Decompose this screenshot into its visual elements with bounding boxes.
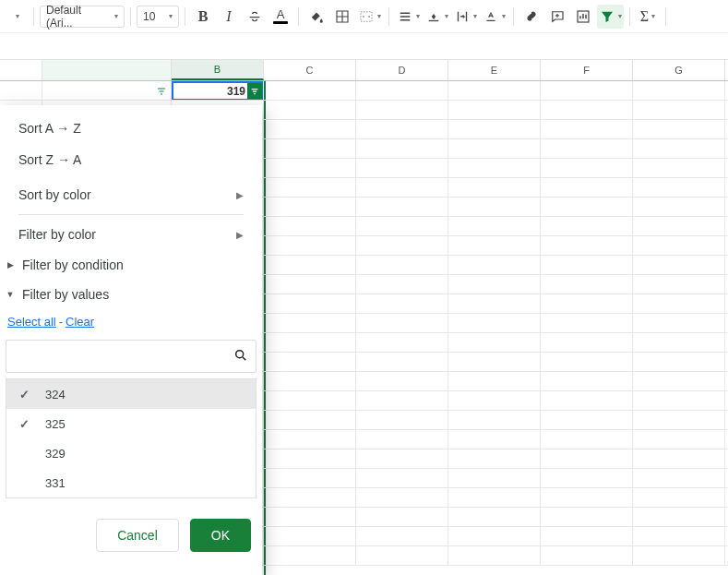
chevron-right-icon: ▶ <box>236 230 244 240</box>
column-header-g[interactable]: G <box>633 60 725 80</box>
filter-value-item[interactable]: 329 <box>6 438 256 468</box>
divider <box>18 214 244 215</box>
select-all-link[interactable]: Select all <box>7 315 56 329</box>
text-color-swatch <box>273 21 288 24</box>
filter-menu: Sort A → Z Sort Z → A Sort by color ▶ Fi… <box>0 105 262 575</box>
select-all-cell[interactable] <box>0 60 42 80</box>
chevron-down-icon: ▾ <box>169 12 173 20</box>
check-icon: ✓ <box>19 388 32 401</box>
sort-az-item[interactable]: Sort A → Z <box>0 113 262 144</box>
filter-by-values-toggle[interactable]: ▼ Filter by values <box>0 280 262 309</box>
separator <box>629 7 630 26</box>
text-color-button[interactable]: A <box>269 5 292 29</box>
chevron-right-icon: ▶ <box>236 190 244 200</box>
borders-button[interactable] <box>330 5 354 29</box>
text-wrap-button[interactable] <box>452 5 479 29</box>
chevron-down-icon: ▾ <box>114 12 118 20</box>
sort-by-color-item[interactable]: Sort by color ▶ <box>0 179 262 210</box>
italic-button[interactable]: I <box>217 5 241 29</box>
filter-button[interactable] <box>597 5 624 29</box>
column-header-a[interactable] <box>42 60 172 80</box>
insert-chart-button[interactable] <box>571 5 595 29</box>
text-rotation-button[interactable] <box>481 5 507 29</box>
horizontal-align-button[interactable] <box>395 5 422 29</box>
column-header-c[interactable]: C <box>264 60 356 80</box>
check-icon: ✓ <box>19 417 32 431</box>
clear-link[interactable]: Clear <box>66 315 94 329</box>
strikethrough-button[interactable] <box>243 5 267 29</box>
functions-button[interactable]: Σ <box>636 5 660 29</box>
font-size-select[interactable]: 10 ▾ <box>137 6 179 28</box>
toolbar: Default (Ari... ▾ 10 ▾ B I A <box>0 0 728 33</box>
column-header-e[interactable]: E <box>448 60 541 80</box>
separator <box>298 7 299 26</box>
filter-value-item[interactable]: 331 <box>6 468 256 497</box>
insert-comment-button[interactable] <box>545 5 569 29</box>
fill-color-button[interactable] <box>304 5 328 29</box>
more-left-dropdown[interactable] <box>4 5 28 29</box>
column-header-d[interactable]: D <box>356 60 448 80</box>
separator <box>33 7 34 26</box>
separator <box>665 7 666 26</box>
filter-search-input[interactable] <box>14 349 233 364</box>
filter-by-color-item[interactable]: Filter by color ▶ <box>0 219 262 250</box>
insert-link-button[interactable] <box>519 5 543 29</box>
vertical-align-button[interactable] <box>424 5 450 29</box>
triangle-right-icon: ▶ <box>6 260 15 270</box>
separator <box>388 7 389 26</box>
ok-button[interactable]: OK <box>190 519 251 552</box>
merge-cells-button[interactable] <box>356 5 383 29</box>
filter-actions: Cancel OK <box>0 498 262 565</box>
separator <box>513 7 514 26</box>
filter-value-list[interactable]: ✓ 324 ✓ 325 329 331 <box>6 378 257 498</box>
filter-value-item[interactable]: ✓ 325 <box>6 409 256 438</box>
filter-value-links: Select all-Clear <box>0 309 262 340</box>
triangle-down-icon: ▼ <box>6 290 15 299</box>
svg-point-1 <box>236 350 244 357</box>
sort-za-item[interactable]: Sort Z → A <box>0 144 262 175</box>
separator <box>185 7 185 26</box>
filter-by-condition-toggle[interactable]: ▶ Filter by condition <box>0 250 262 280</box>
separator <box>130 7 131 26</box>
spreadsheet-grid: B C D E F G 319 <box>0 33 728 575</box>
font-select-label: Default (Ari... <box>46 4 109 30</box>
column-header-b[interactable]: B <box>172 60 264 80</box>
search-icon <box>233 348 248 365</box>
column-headers: B C D E F G <box>0 59 728 81</box>
font-select[interactable]: Default (Ari... ▾ <box>40 6 125 28</box>
column-header-f[interactable]: F <box>541 60 633 80</box>
filter-search[interactable] <box>6 340 257 373</box>
cancel-button[interactable]: Cancel <box>96 519 179 552</box>
filter-value-item[interactable]: ✓ 324 <box>6 379 256 409</box>
font-size-label: 10 <box>143 10 155 23</box>
bold-button[interactable]: B <box>191 5 215 29</box>
